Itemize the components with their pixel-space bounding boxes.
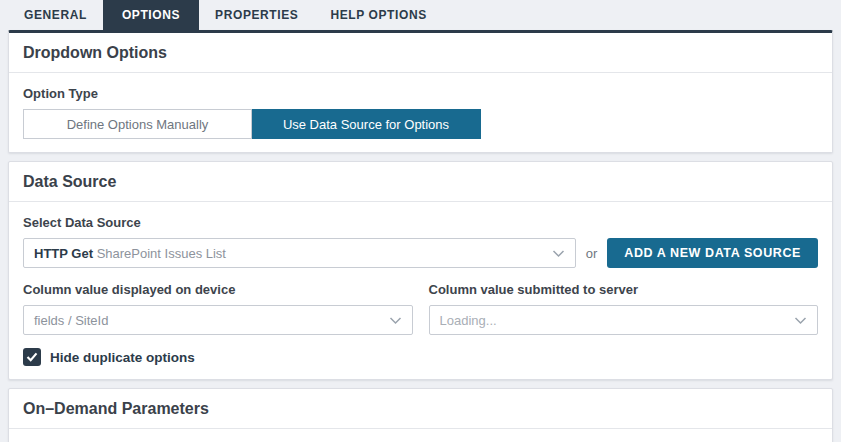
chevron-down-icon [552, 246, 565, 261]
tab-properties[interactable]: PROPERTIES [199, 0, 314, 30]
data-source-title: Data Source [9, 162, 832, 202]
dropdown-options-body: Option Type Define Options Manually Use … [9, 73, 832, 152]
submit-column-group: Column value submitted to server Loading… [429, 282, 819, 335]
submit-column-value: Loading... [440, 313, 787, 328]
tab-general[interactable]: GENERAL [8, 0, 103, 30]
dropdown-options-panel: Dropdown Options Option Type Define Opti… [8, 30, 833, 153]
dropdown-options-title: Dropdown Options [9, 33, 832, 73]
hide-duplicates-row: Hide duplicate options [23, 348, 818, 366]
chevron-down-icon [794, 313, 807, 328]
add-new-data-source-button[interactable]: ADD A NEW DATA SOURCE [607, 238, 818, 268]
use-data-source-button[interactable]: Use Data Source for Options [252, 109, 481, 139]
data-source-row: HTTP Get SharePoint Issues List or ADD A… [23, 238, 818, 268]
checkmark-icon [26, 352, 38, 362]
hide-duplicates-label: Hide duplicate options [50, 350, 195, 365]
option-type-label: Option Type [23, 86, 818, 101]
data-source-body: Select Data Source HTTP Get SharePoint I… [9, 202, 832, 379]
data-source-panel: Data Source Select Data Source HTTP Get … [8, 161, 833, 380]
column-mapping-row: Column value displayed on device fields … [23, 282, 818, 335]
on-demand-parameters-body: SiteID T SiteName Site Name [9, 429, 832, 442]
tab-help-options[interactable]: HELP OPTIONS [314, 0, 442, 30]
tab-options[interactable]: OPTIONS [103, 0, 199, 30]
display-column-select[interactable]: fields / SiteId [23, 305, 413, 335]
hide-duplicates-checkbox[interactable] [23, 348, 41, 366]
option-type-segmented-control: Define Options Manually Use Data Source … [23, 109, 818, 139]
define-options-manually-button[interactable]: Define Options Manually [23, 109, 252, 139]
data-source-name: SharePoint Issues List [97, 246, 226, 261]
display-column-label: Column value displayed on device [23, 282, 413, 297]
data-source-select[interactable]: HTTP Get SharePoint Issues List [23, 238, 576, 268]
submit-column-select[interactable]: Loading... [429, 305, 819, 335]
display-column-group: Column value displayed on device fields … [23, 282, 413, 335]
chevron-down-icon [389, 313, 402, 328]
display-column-value: fields / SiteId [34, 313, 381, 328]
on-demand-parameters-panel: On–Demand Parameters SiteID T SiteName S… [8, 388, 833, 442]
submit-column-label: Column value submitted to server [429, 282, 819, 297]
or-label: or [586, 246, 598, 261]
tab-bar: GENERAL OPTIONS PROPERTIES HELP OPTIONS [8, 0, 833, 30]
select-data-source-label: Select Data Source [23, 215, 818, 230]
data-source-type: HTTP Get [34, 246, 93, 261]
on-demand-parameters-title: On–Demand Parameters [9, 389, 832, 429]
